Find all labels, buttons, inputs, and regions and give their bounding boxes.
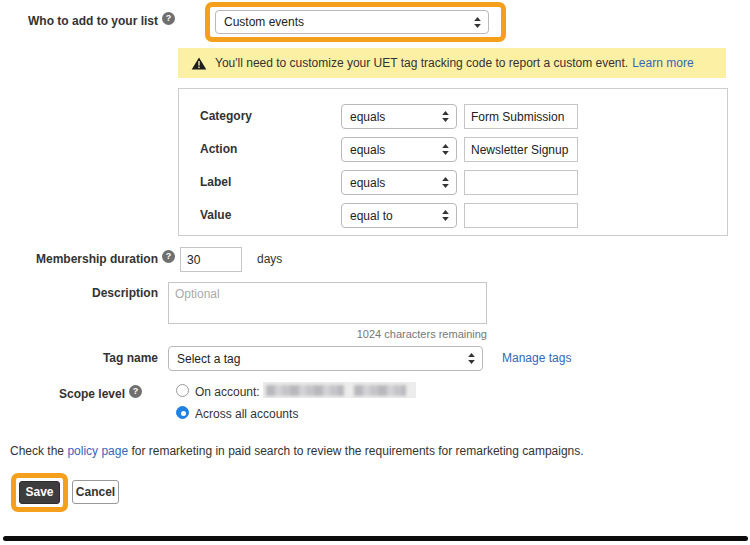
- condition-row-value: Value equal to: [179, 203, 727, 228]
- value-operator-select[interactable]: equal to: [341, 203, 457, 228]
- conditions-table: Category equals Action equals Label: [178, 88, 728, 236]
- condition-label: Category: [200, 109, 252, 123]
- stepper-icon: [473, 16, 482, 29]
- description-textarea[interactable]: [168, 282, 487, 324]
- tag-name-label: Tag name: [0, 351, 158, 365]
- condition-row-action: Action equals: [179, 137, 727, 162]
- membership-duration-label: Membership duration: [0, 252, 158, 266]
- across-all-accounts-label: Across all accounts: [195, 407, 298, 421]
- operator-value: equals: [350, 110, 385, 124]
- membership-duration-input[interactable]: [180, 247, 242, 272]
- operator-value: equal to: [350, 209, 393, 223]
- tag-name-select[interactable]: Select a tag: [168, 346, 483, 371]
- stepper-icon: [441, 143, 450, 156]
- tag-name-select-value: Select a tag: [177, 352, 240, 366]
- cancel-button[interactable]: Cancel: [72, 480, 119, 504]
- category-operator-select[interactable]: equals: [341, 104, 457, 129]
- condition-row-label: Label equals: [179, 170, 727, 195]
- policy-text: Check the policy page for remarketing in…: [10, 444, 584, 458]
- manage-tags-link[interactable]: Manage tags: [502, 351, 571, 365]
- on-account-label: On account:: [195, 385, 260, 399]
- condition-label: Label: [200, 175, 231, 189]
- warning-triangle-icon: [191, 57, 207, 70]
- description-label: Description: [0, 286, 158, 300]
- days-suffix: days: [257, 252, 282, 266]
- condition-label: Action: [200, 142, 237, 156]
- label-operator-select[interactable]: equals: [341, 170, 457, 195]
- warning-banner: You'll need to customize your UET tag tr…: [178, 48, 726, 78]
- stepper-icon: [441, 176, 450, 189]
- policy-page-link[interactable]: policy page: [67, 444, 128, 458]
- who-to-add-label: Who to add to your list: [0, 14, 158, 28]
- question-mark-icon[interactable]: ?: [162, 250, 175, 263]
- category-value-input[interactable]: [464, 104, 578, 129]
- policy-suffix: for remarketing in paid search to review…: [128, 444, 584, 458]
- stepper-icon: [467, 352, 476, 365]
- uet-remarketing-form: Who to add to your list ? Custom events …: [0, 0, 750, 545]
- across-all-accounts-radio[interactable]: [176, 406, 189, 419]
- condition-row-category: Category equals: [179, 104, 727, 129]
- operator-value: equals: [350, 143, 385, 157]
- who-to-add-select-value: Custom events: [224, 15, 304, 29]
- question-mark-icon[interactable]: ?: [162, 12, 175, 25]
- condition-label: Value: [200, 208, 231, 222]
- who-to-add-select[interactable]: Custom events: [215, 10, 489, 34]
- save-button[interactable]: Save: [19, 481, 60, 504]
- question-mark-icon[interactable]: ?: [129, 385, 142, 398]
- scope-level-label: Scope level: [0, 387, 125, 401]
- action-operator-select[interactable]: equals: [341, 137, 457, 162]
- learn-more-link[interactable]: Learn more: [632, 56, 693, 70]
- warning-text: You'll need to customize your UET tag tr…: [215, 56, 628, 70]
- redacted-account-text: [263, 382, 416, 398]
- label-value-input[interactable]: [464, 170, 578, 195]
- action-value-input[interactable]: [464, 137, 578, 162]
- bottom-divider-bar: [3, 536, 748, 541]
- policy-prefix: Check the: [10, 444, 67, 458]
- value-value-input[interactable]: [464, 203, 578, 228]
- characters-remaining: 1024 characters remaining: [168, 328, 487, 340]
- operator-value: equals: [350, 176, 385, 190]
- on-account-radio[interactable]: [176, 384, 189, 397]
- stepper-icon: [441, 209, 450, 222]
- stepper-icon: [441, 110, 450, 123]
